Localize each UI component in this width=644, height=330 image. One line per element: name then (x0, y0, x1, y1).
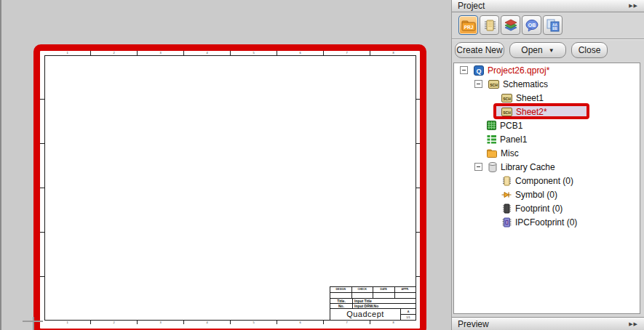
create-new-label: Create New (456, 45, 502, 55)
toolbar-separator-highlight (452, 39, 644, 40)
tree-item-schematics[interactable]: SCH Schematics (454, 77, 640, 91)
sheet-inner-frame: DESIGN CHECK DATE APPR. Title. (44, 55, 416, 321)
footprint-chip-icon (501, 204, 512, 214)
open-button[interactable]: Open ▼ (509, 42, 566, 58)
sheet-zones-bottom: 12345678 (44, 321, 416, 324)
component-chip-icon (483, 19, 496, 32)
drawing-no-value: Input DRW.No (353, 304, 416, 308)
collapse-toggle-icon[interactable] (474, 80, 482, 88)
svg-text:PRJ: PRJ (464, 24, 473, 29)
sheet-highlight-annotation: 12345678 12345678 DESIGN CHECK DATE APPR… (33, 44, 426, 330)
close-label: Close (579, 45, 601, 55)
title-block-header-cell: APPR. (395, 287, 416, 292)
svg-text:SCH: SCH (490, 82, 498, 86)
prj-folder-icon: PRJ (461, 20, 476, 31)
tree-item-label: Misc (501, 148, 519, 158)
speech-bubble-ob-icon: OB (525, 19, 538, 32)
tree-item-label: Symbol (0) (515, 190, 557, 200)
project-view-button[interactable]: PRJ (458, 15, 478, 35)
schematic-doc-icon: SCH (488, 80, 499, 89)
page-marker-box: A 1/1 (400, 309, 416, 320)
tree-item-misc[interactable]: Misc (454, 146, 640, 160)
project-panel: Project ▶▶ PRJ (451, 0, 644, 330)
object-db-button[interactable]: OB (522, 15, 541, 35)
svg-text:BB: BB (552, 27, 557, 31)
tree-item-label: Project26.qproj* (488, 65, 549, 76)
drawing-no-label: No. (330, 304, 353, 308)
tree-item-label: IPCFootprint (0) (515, 217, 577, 228)
project-panel-title: Project (458, 1, 485, 11)
tree-item-sheet2[interactable]: SCH Sheet2* (454, 105, 640, 118)
dropdown-arrow-icon: ▼ (549, 47, 554, 54)
database-icon (488, 162, 497, 172)
title-block-empty-cell (373, 293, 395, 298)
tree-item-label: Footprint (0) (515, 204, 562, 214)
title-block-header-row: DESIGN CHECK DATE APPR. (330, 287, 416, 293)
schematic-canvas[interactable]: 12345678 12345678 DESIGN CHECK DATE APPR… (0, 0, 451, 330)
svg-text:Q: Q (476, 67, 481, 74)
tree-item-project[interactable]: Q Project26.qproj* (454, 63, 640, 77)
tree-item-footprint[interactable]: Footprint (0) (454, 201, 640, 215)
tree-item-symbol[interactable]: Symbol (0) (454, 188, 640, 201)
project-tree: Q Project26.qproj* SCH Schematics (453, 63, 640, 314)
panel-blocks-icon (487, 134, 496, 144)
title-block-empty-cell (330, 293, 352, 298)
collapse-panel-icon[interactable]: ▶▶ (629, 321, 638, 327)
title-label: Title. (330, 299, 353, 303)
symbol-diode-icon (501, 190, 512, 200)
title-block-empty-cell (352, 293, 374, 298)
title-block-header-cell: DESIGN (330, 287, 352, 292)
title-block-header-cell: CHECK (352, 287, 374, 292)
component-library-button[interactable] (480, 15, 499, 35)
folder-icon (487, 149, 497, 158)
preview-panel-header[interactable]: Preview ▶▶ (452, 317, 644, 330)
tree-item-label: PCB1 (500, 121, 522, 131)
sheet-zones-right (416, 55, 420, 321)
project-panel-header[interactable]: Project ▶▶ (452, 0, 644, 12)
title-block-brand-row: Quadcept A 1/1 (330, 309, 416, 320)
tree-item-panel1[interactable]: Panel1 (454, 132, 640, 146)
page-marker-bottom: 1/1 (401, 315, 416, 320)
svg-text:SCH: SCH (503, 110, 511, 114)
title-value: Input Title (353, 299, 416, 303)
collapse-toggle-icon[interactable] (460, 66, 468, 74)
schematic-sheet[interactable]: 12345678 12345678 DESIGN CHECK DATE APPR… (40, 51, 420, 324)
tree-item-component[interactable]: Component (0) (454, 174, 640, 188)
tree-item-label: Library Cache (501, 162, 555, 172)
pcb-icon (487, 121, 496, 130)
component-chip-icon (501, 176, 512, 186)
tree-item-library-cache[interactable]: Library Cache (454, 160, 640, 174)
project-toolbar: PRJ OB (458, 15, 562, 35)
quadcept-project-icon: Q (474, 65, 484, 76)
collapse-toggle-icon[interactable] (474, 163, 482, 171)
open-label: Open (521, 45, 542, 55)
panes-aabb-icon: AA BB (546, 19, 560, 32)
reference-panes-button[interactable]: AA BB (543, 15, 562, 35)
ipc-footprint-chip-icon: I (501, 217, 512, 228)
page-marker-top: A (401, 309, 416, 315)
project-action-buttons: Create New Open ▼ Close (455, 42, 608, 58)
title-block-header-cell: DATE (373, 287, 395, 292)
tree-item-label: Sheet2* (516, 107, 547, 117)
application-window: 12345678 12345678 DESIGN CHECK DATE APPR… (0, 0, 644, 330)
title-block-no-row: No. Input DRW.No (330, 304, 416, 309)
layers-button[interactable] (501, 15, 520, 35)
svg-text:AA: AA (552, 23, 557, 26)
collapse-panel-icon[interactable]: ▶▶ (629, 3, 638, 9)
tree-item-label: Schematics (503, 79, 548, 89)
tree-item-sheet1[interactable]: SCH Sheet1 (454, 91, 640, 105)
schematic-doc-icon: SCH (501, 94, 512, 102)
title-block-empty-cell (395, 293, 416, 298)
stacked-layers-icon (504, 19, 517, 32)
tree-item-label: Sheet1 (516, 93, 544, 103)
tree-item-label: Panel1 (500, 134, 527, 145)
svg-text:OB: OB (528, 22, 536, 27)
close-button[interactable]: Close (571, 42, 608, 58)
tree-item-ipcfootprint[interactable]: I IPCFootprint (0) (454, 215, 640, 229)
tree-item-pcb1[interactable]: PCB1 (454, 118, 640, 132)
title-block-title-row: Title. Input Title (330, 299, 416, 304)
title-block-empty-row (330, 293, 416, 299)
svg-text:SCH: SCH (503, 96, 511, 100)
create-new-button[interactable]: Create New (455, 42, 504, 58)
schematic-doc-icon: SCH (501, 108, 512, 116)
